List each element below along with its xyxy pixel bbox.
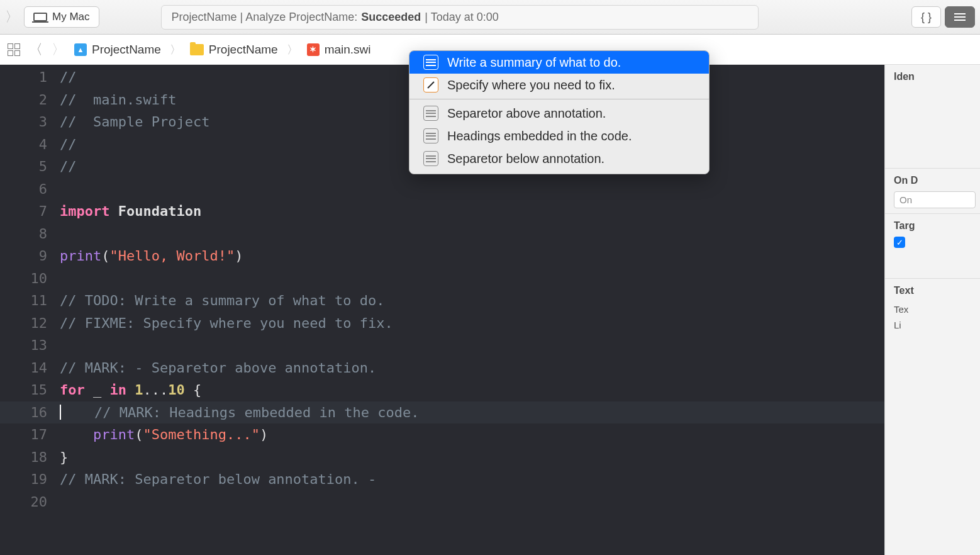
project-icon: ▲ (74, 43, 87, 56)
dropdown-item-mark[interactable]: Separetor above annotation. (409, 102, 709, 125)
chevron-right-icon: 〉 (5, 8, 19, 26)
status-result: Succeeded (361, 11, 421, 24)
folder-icon (190, 44, 204, 55)
mac-icon (33, 13, 47, 21)
list-icon (423, 151, 438, 166)
line-number: 6 (0, 178, 60, 201)
breadcrumb-project-label: ProjectName (92, 43, 161, 57)
run-destination[interactable]: My Mac (24, 6, 99, 28)
dropdown-item-todo[interactable]: Write a summary of what to do. (409, 51, 709, 74)
line-number: 11 (0, 289, 60, 312)
code-text: // main.swift (60, 89, 176, 111)
status-prefix: ProjectName | Analyze ProjectName: (172, 11, 358, 24)
device-label: My Mac (52, 11, 90, 23)
line-number: 17 (0, 423, 60, 446)
target-membership-check[interactable]: ✓ (894, 237, 980, 248)
nav-back-button[interactable]: 〈 (29, 40, 43, 59)
inspector-text-row: Tex (894, 301, 980, 317)
code-text: // Sample Project (60, 111, 209, 133)
toolbar-right: { } (911, 6, 975, 28)
inspector-ondemand-label: On D (894, 175, 980, 186)
library-button[interactable] (945, 6, 975, 28)
code-text: // FIXME: Specify where you need to fix. (60, 312, 393, 335)
swift-file-icon: ✶ (307, 43, 320, 56)
toolbar: 〉 My Mac ProjectName | Analyze ProjectNa… (0, 0, 980, 35)
code-text: // (60, 133, 77, 156)
inspector-text-row: Li (894, 317, 980, 333)
line-number: 5 (0, 155, 60, 178)
code-text: // (60, 155, 77, 178)
line-number: 3 (0, 111, 60, 133)
list-icon (423, 106, 438, 121)
line-number: 12 (0, 312, 60, 335)
dropdown-separator (409, 99, 709, 99)
related-items-icon[interactable] (8, 43, 20, 56)
inspector-text-section: Text Tex Li (885, 278, 980, 338)
line-number: 13 (0, 334, 60, 357)
pencil-icon (423, 77, 438, 92)
inspector-identity-label: Iden (894, 71, 980, 82)
inspector-panel: Iden On D On Targ ✓ Text Tex Li (884, 65, 980, 555)
activity-status-bar[interactable]: ProjectName | Analyze ProjectName: Succe… (161, 5, 759, 30)
breadcrumb-folder-label: ProjectName (209, 43, 278, 57)
code-text: // MARK: Headings embedded in the code. (60, 401, 420, 424)
symbol-navigator-dropdown: Write a summary of what to do. Specify w… (409, 50, 710, 174)
dropdown-item-mark[interactable]: Separetor below annotation. (409, 147, 709, 170)
ondemand-field[interactable]: On (894, 191, 976, 208)
line-number: 15 (0, 379, 60, 401)
braces-icon: { } (921, 11, 932, 24)
dropdown-item-label: Separetor below annotation. (447, 152, 604, 166)
breadcrumb-separator: 〉 (287, 42, 298, 57)
nav-forward-button[interactable]: 〉 (52, 40, 65, 59)
code-text: } (60, 446, 68, 469)
code-text: // MARK: - Separetor above annotation. (60, 357, 376, 379)
line-number: 20 (0, 491, 60, 513)
inspector-target-label: Targ (894, 220, 980, 232)
breadcrumb-separator: 〉 (170, 42, 181, 57)
code-text: import Foundation (60, 200, 201, 223)
breadcrumb-project[interactable]: ▲ ProjectName (74, 43, 161, 57)
code-text: print("Something...") (60, 423, 268, 446)
dropdown-item-label: Headings embedded in the code. (447, 129, 632, 143)
breadcrumb-folder[interactable]: ProjectName (190, 43, 278, 57)
code-text: // (60, 66, 77, 89)
checkbox-checked-icon: ✓ (894, 237, 905, 248)
line-number: 14 (0, 357, 60, 379)
code-text: // TODO: Write a summary of what to do. (60, 289, 385, 312)
line-number: 10 (0, 267, 60, 290)
line-number: 9 (0, 245, 60, 267)
breadcrumb-file-label: main.swi (325, 43, 371, 57)
dropdown-item-mark[interactable]: Headings embedded in the code. (409, 125, 709, 147)
inspector-identity-section: Iden (885, 65, 980, 92)
line-number: 8 (0, 223, 60, 245)
inspector-text-label: Text (894, 285, 980, 296)
dropdown-item-label: Specify where you need to fix. (447, 78, 615, 92)
line-number: 1 (0, 66, 60, 89)
breadcrumb-file[interactable]: ✶ main.swi (307, 43, 371, 57)
inspector-ondemand-section: On D On (885, 168, 980, 213)
line-number: 19 (0, 468, 60, 491)
line-number: 18 (0, 446, 60, 469)
list-icon (423, 128, 438, 143)
code-review-button[interactable]: { } (911, 6, 941, 28)
dropdown-item-label: Write a summary of what to do. (447, 55, 621, 70)
inspector-target-section: Targ ✓ (885, 213, 980, 253)
code-text: // MARK: Separetor below annotation. - (60, 468, 376, 491)
line-number: 2 (0, 89, 60, 111)
list-icon (423, 55, 438, 70)
hamburger-icon (954, 13, 966, 21)
dropdown-item-label: Separetor above annotation. (447, 106, 606, 121)
code-text: print("Hello, World!") (60, 245, 243, 267)
dropdown-item-fixme[interactable]: Specify where you need to fix. (409, 74, 709, 96)
line-number: 7 (0, 200, 60, 223)
status-time: | Today at 0:00 (425, 11, 498, 24)
line-number: 16 (0, 401, 60, 424)
code-text: for _ in 1...10 { (60, 379, 201, 401)
line-number: 4 (0, 133, 60, 156)
